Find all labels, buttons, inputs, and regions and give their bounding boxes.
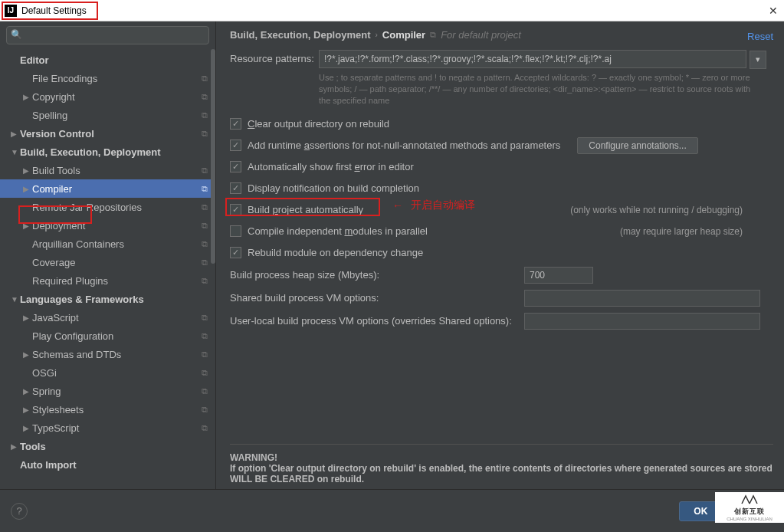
chevron-icon: ▶ bbox=[23, 185, 32, 193]
sidebar-item-languages-frameworks[interactable]: ▼Languages & Frameworks bbox=[0, 290, 215, 308]
sidebar-item-editor[interactable]: Editor bbox=[0, 51, 215, 69]
sidebar-item-label: Auto Import bbox=[20, 459, 215, 471]
window-title: Default Settings bbox=[21, 5, 87, 16]
sidebar-item-arquillian-containers[interactable]: Arquillian Containers⧉ bbox=[0, 235, 215, 253]
content-panel: Build, Execution, Deployment › Compiler … bbox=[216, 21, 784, 489]
sidebar-item-schemas-and-dtds[interactable]: ▶Schemas and DTDs⧉ bbox=[0, 345, 215, 363]
sidebar-item-label: Deployment bbox=[32, 220, 202, 232]
sidebar-item-label: Schemas and DTDs bbox=[32, 349, 202, 360]
resource-patterns-input[interactable] bbox=[319, 50, 746, 68]
project-scope-icon: ⧉ bbox=[202, 405, 208, 415]
sidebar-item-compiler[interactable]: ▶Compiler⧉ bbox=[0, 179, 215, 198]
breadcrumb-scope: For default project bbox=[441, 29, 521, 41]
compile-parallel-note: (may require larger heap size) bbox=[620, 226, 743, 237]
breadcrumb-parent[interactable]: Build, Execution, Deployment bbox=[230, 29, 370, 41]
sidebar-item-file-encodings[interactable]: File Encodings⧉ bbox=[0, 69, 215, 87]
expand-button[interactable]: ▾ bbox=[750, 51, 766, 69]
rebuild-dep-label: Rebuild module on dependency change bbox=[248, 247, 423, 258]
sidebar-item-label: Build, Execution, Deployment bbox=[20, 146, 215, 158]
clear-output-label: Clear output directory on rebuild bbox=[248, 118, 389, 130]
sidebar-item-label: Copyright bbox=[32, 91, 202, 103]
heap-size-input[interactable] bbox=[524, 267, 593, 284]
sidebar-item-play-configuration[interactable]: Play Configuration⧉ bbox=[0, 327, 215, 345]
reset-link[interactable]: Reset bbox=[747, 31, 773, 42]
sidebar-item-label: Compiler bbox=[32, 183, 202, 195]
configure-annotations-button[interactable]: Configure annotations... bbox=[577, 137, 697, 154]
chevron-icon: ▶ bbox=[23, 222, 32, 230]
sidebar-item-auto-import[interactable]: Auto Import bbox=[0, 455, 215, 474]
chevron-icon: ▶ bbox=[23, 93, 32, 101]
project-scope-icon: ⧉ bbox=[202, 368, 208, 378]
chevron-icon: ▶ bbox=[23, 350, 32, 359]
project-scope-icon: ⧉ bbox=[202, 239, 208, 249]
watermark-sub: CHUANG XINHULIAN bbox=[727, 517, 773, 521]
compile-parallel-label: Compile independent modules in parallel bbox=[248, 225, 428, 237]
project-scope-icon: ⧉ bbox=[202, 386, 208, 396]
sidebar-item-label: Tools bbox=[20, 441, 215, 452]
runtime-assert-checkbox[interactable] bbox=[230, 140, 241, 151]
sidebar-item-stylesheets[interactable]: ▶Stylesheets⧉ bbox=[0, 400, 215, 419]
sidebar-item-build-tools[interactable]: ▶Build Tools⧉ bbox=[0, 161, 215, 179]
project-scope-icon: ⧉ bbox=[202, 129, 208, 139]
chevron-icon: ▶ bbox=[11, 442, 20, 451]
sidebar-item-label: OSGi bbox=[32, 367, 202, 379]
display-notification-checkbox[interactable] bbox=[230, 182, 241, 194]
project-scope-icon: ⧉ bbox=[202, 423, 208, 433]
chevron-icon: ▶ bbox=[11, 130, 20, 138]
sidebar-item-tools[interactable]: ▶Tools bbox=[0, 437, 215, 455]
watermark: 创新互联 CHUANG XINHULIAN bbox=[715, 492, 784, 523]
user-vm-input[interactable] bbox=[524, 313, 760, 330]
sidebar-item-javascript[interactable]: ▶JavaScript⧉ bbox=[0, 308, 215, 327]
project-scope-icon: ⧉ bbox=[202, 110, 208, 120]
clear-output-checkbox[interactable] bbox=[230, 118, 241, 130]
sidebar-item-label: TypeScript bbox=[32, 422, 202, 434]
help-button[interactable]: ? bbox=[11, 503, 28, 520]
sidebar-item-osgi[interactable]: OSGi⧉ bbox=[0, 363, 215, 382]
shared-vm-input[interactable] bbox=[524, 290, 760, 307]
breadcrumb-current: Compiler bbox=[382, 29, 425, 41]
sidebar-item-label: Languages & Frameworks bbox=[20, 294, 215, 305]
build-auto-checkbox[interactable] bbox=[230, 204, 241, 215]
sidebar-item-spelling[interactable]: Spelling⧉ bbox=[0, 106, 215, 124]
sidebar-item-label: File Encodings bbox=[32, 73, 202, 84]
user-vm-label: User-local build process VM options (ove… bbox=[230, 315, 524, 327]
project-scope-icon: ⧉ bbox=[202, 276, 208, 286]
sidebar-item-remote-jar-repositories[interactable]: Remote Jar Repositories⧉ bbox=[0, 198, 215, 216]
sidebar-item-label: JavaScript bbox=[32, 312, 202, 323]
search-input[interactable] bbox=[6, 26, 209, 44]
compile-parallel-checkbox[interactable] bbox=[230, 225, 241, 237]
chevron-icon: ▶ bbox=[23, 387, 32, 396]
project-scope-icon: ⧉ bbox=[202, 166, 208, 176]
titlebar: IJ Default Settings ✕ bbox=[0, 0, 784, 21]
sidebar-item-label: Spring bbox=[32, 386, 202, 397]
close-icon[interactable]: ✕ bbox=[769, 5, 778, 17]
sidebar-item-label: Required Plugins bbox=[32, 275, 202, 287]
project-scope-icon: ⧉ bbox=[202, 92, 208, 102]
sidebar-item-typescript[interactable]: ▶TypeScript⧉ bbox=[0, 419, 215, 437]
warning-box: WARNING! If option 'Clear output directo… bbox=[230, 444, 773, 484]
chevron-icon: ▼ bbox=[11, 295, 20, 304]
rebuild-dep-checkbox[interactable] bbox=[230, 247, 241, 258]
annotation-arrow-icon: ← bbox=[392, 199, 403, 212]
sidebar-item-deployment[interactable]: ▶Deployment⧉ bbox=[0, 216, 215, 235]
footer: ? OK Cance bbox=[0, 489, 784, 532]
auto-error-checkbox[interactable] bbox=[230, 161, 241, 172]
project-scope-icon: ⧉ bbox=[202, 258, 208, 268]
sidebar-item-version-control[interactable]: ▶Version Control⧉ bbox=[0, 124, 215, 143]
sidebar-item-label: Arquillian Containers bbox=[32, 238, 202, 250]
scrollbar[interactable] bbox=[211, 49, 215, 264]
sidebar-item-label: Version Control bbox=[20, 128, 202, 140]
watermark-name: 创新互联 bbox=[734, 507, 765, 517]
sidebar-item-coverage[interactable]: Coverage⧉ bbox=[0, 253, 215, 271]
chevron-icon: ▶ bbox=[23, 166, 32, 175]
sidebar-item-build-execution-deployment[interactable]: ▼Build, Execution, Deployment bbox=[0, 143, 215, 161]
resource-patterns-hint: Use ; to separate patterns and ! to nega… bbox=[319, 72, 763, 107]
sidebar-item-spring[interactable]: ▶Spring⧉ bbox=[0, 382, 215, 400]
build-auto-note: (only works while not running / debuggin… bbox=[570, 205, 743, 215]
project-scope-icon: ⧉ bbox=[202, 184, 208, 194]
chevron-icon: ▶ bbox=[23, 406, 32, 414]
sidebar-item-required-plugins[interactable]: Required Plugins⧉ bbox=[0, 271, 215, 290]
settings-tree: EditorFile Encodings⧉▶Copyright⧉Spelling… bbox=[0, 49, 215, 489]
heap-size-label: Build process heap size (Mbytes): bbox=[230, 269, 524, 281]
sidebar-item-copyright[interactable]: ▶Copyright⧉ bbox=[0, 87, 215, 106]
